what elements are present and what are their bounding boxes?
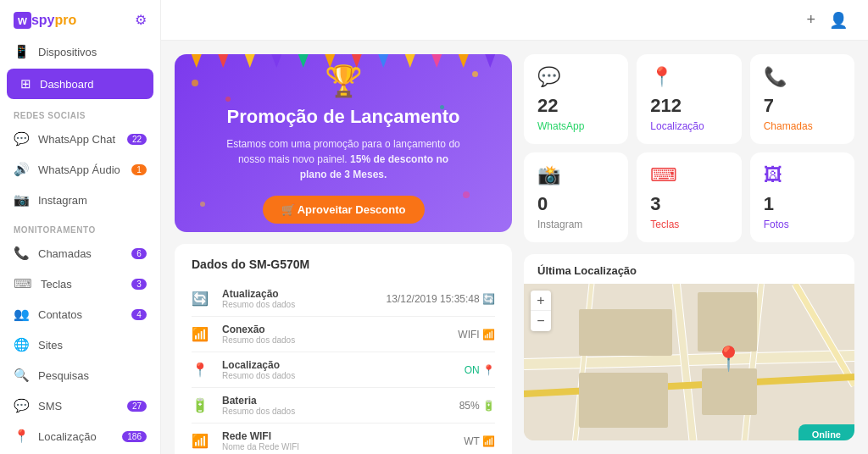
sidebar-item-whatsapp-audio[interactable]: 🔊 WhatsApp Áudio 1 [0,154,160,185]
add-icon[interactable]: + [806,11,815,29]
sidebar-item-dispositivos[interactable]: 📱 Dispositivos [0,36,160,67]
atualizacao-info: Atualização Resumo dos dados [222,288,376,309]
pesquisas-icon: 🔍 [14,368,30,383]
chamadas-stat-label: Chamadas [764,120,813,132]
flag9 [405,54,415,68]
main-area: + 👤 [161,0,868,454]
flag2 [218,54,228,68]
device-card: Dados do SM-G570M 🔄 Atualização Resumo d… [175,244,512,454]
sidebar-item-whatsapp-chat-label: WhatsApp Chat [38,133,115,146]
instagram-stat-number: 0 [537,193,548,215]
sidebar-item-contatos[interactable]: 👥 Contatos 4 [0,299,160,329]
instagram-stat-icon: 📸 [537,164,560,186]
stat-whatsapp: 💬 22 WhatsApp [524,54,628,144]
user-icon[interactable]: 👤 [829,11,848,30]
logo-brand1: spy [31,13,55,27]
localizacao-stat-icon: 📍 [650,66,673,88]
dot6 [463,191,470,198]
sidebar-item-sms[interactable]: 💬 SMS 27 [0,390,160,421]
dot5 [200,202,205,207]
bateria-value: 85% 🔋 [459,400,495,412]
svg-rect-13 [698,292,757,352]
section-monitoramento: MONITORAMENTO [0,215,160,238]
whatsapp-audio-badge: 1 [131,164,147,175]
whatsapp-stat-number: 22 [537,95,558,117]
sidebar-item-dashboard[interactable]: ⊞ Dashboard [7,69,153,99]
flag11 [459,54,469,68]
device-row-localizacao: 📍 Localização Resumo dos dados ON 📍 [192,352,495,388]
map-card: Última Localização [524,254,854,440]
fotos-stat-label: Fotos [764,219,789,230]
sites-icon: 🌐 [14,337,30,352]
sms-badge: 27 [127,401,147,412]
logo-icon: w [14,12,31,29]
sms-icon: 💬 [14,398,30,413]
rede-wifi-label: Rede WIFI [222,430,453,442]
sidebar-item-sites-label: Sites [38,339,63,352]
sidebar-item-localizacao-label: Localização [38,430,97,443]
rede-wifi-icon: 📶 [192,433,212,449]
flag1 [192,54,202,68]
sidebar-item-instagram[interactable]: 📷 Instagram [0,185,160,215]
dashboard-icon: ⊞ [20,76,31,91]
teclas-stat-icon: ⌨ [650,164,677,186]
conexao-info: Conexão Resumo dos dados [222,324,448,345]
stat-fotos: 🖼 1 Fotos [750,152,854,242]
chamadas-badge: 6 [131,248,147,259]
stat-chamadas: 📞 7 Chamadas [750,54,854,144]
teclas-stat-label: Teclas [650,219,679,230]
map-zoom-out[interactable]: − [531,311,551,331]
chamadas-icon: 📞 [14,246,30,261]
conexao-icon: 📶 [192,326,212,342]
device-row-bateria: 🔋 Bateria Resumo dos dados 85% 🔋 [192,388,495,424]
logo-brand2: pro [54,13,76,27]
instagram-stat-label: Instagram [537,219,582,230]
flag5 [298,54,309,68]
section-redes-sociais: REDES SOCIAIS [0,101,160,124]
logo-area: wspypro ⚙ [0,0,160,36]
flag10 [431,54,442,68]
sidebar-item-whatsapp-chat[interactable]: 💬 WhatsApp Chat 22 [0,124,160,154]
sidebar-item-dashboard-label: Dashboard [40,78,94,91]
sidebar-item-contatos-label: Contatos [38,308,82,321]
content-left: 🏆 Promoção de Lançamento Estamos com uma… [175,54,512,440]
bateria-sub: Resumo dos dados [222,407,449,416]
dispositivos-icon: 📱 [14,44,30,59]
map-zoom-in[interactable]: + [531,291,551,311]
fotos-stat-icon: 🖼 [764,164,782,186]
teclas-badge: 3 [131,279,147,290]
stat-localizacao: 📍 212 Localização [637,54,741,144]
rede-wifi-sub: Nome da Rede WIFI [222,442,453,451]
sidebar-item-chamadas[interactable]: 📞 Chamadas 6 [0,238,160,269]
content-area: 🏆 Promoção de Lançamento Estamos com uma… [161,41,868,454]
svg-rect-14 [579,373,668,428]
conexao-sub: Resumo dos dados [222,335,448,345]
whatsapp-stat-icon: 💬 [537,66,560,88]
dot2 [225,97,231,102]
sidebar-item-sites[interactable]: 🌐 Sites [0,329,160,360]
sidebar-item-teclas[interactable]: ⌨ Teclas 3 [0,269,160,299]
conexao-label: Conexão [222,324,448,335]
promo-button[interactable]: 🛒 Aproveitar Desconto [263,196,425,224]
sidebar-item-localizacao[interactable]: 📍 Localização 186 [0,421,160,451]
sidebar-item-pesquisas[interactable]: 🔍 Pesquisas [0,360,160,390]
stat-instagram: 📸 0 Instagram [524,152,628,242]
device-row-rede-wifi: 📶 Rede WIFI Nome da Rede WIFI WT 📶 [192,424,495,454]
atualizacao-icon: 🔄 [192,291,212,307]
sidebar-item-pesquisas-label: Pesquisas [38,369,89,382]
localizacao-sub: Resumo dos dados [222,371,454,380]
flag12 [485,54,495,68]
teclas-icon: ⌨ [14,276,32,291]
topbar: + 👤 [161,0,868,41]
device-row-atualizacao: 🔄 Atualização Resumo dos dados 13/12/201… [192,281,495,317]
settings-icon[interactable]: ⚙ [135,12,147,28]
sidebar-item-dispositivos-label: Dispositivos [38,46,97,58]
localizacao-label: Localização [222,359,454,371]
logo: wspypro [14,13,76,28]
map-pin: 📍 [714,345,743,373]
localizacao-info: Localização Resumo dos dados [222,359,454,380]
promo-card: 🏆 Promoção de Lançamento Estamos com uma… [175,54,512,232]
whatsapp-chat-badge: 22 [127,134,147,145]
bateria-info: Bateria Resumo dos dados [222,395,449,416]
whatsapp-chat-icon: 💬 [14,131,30,147]
